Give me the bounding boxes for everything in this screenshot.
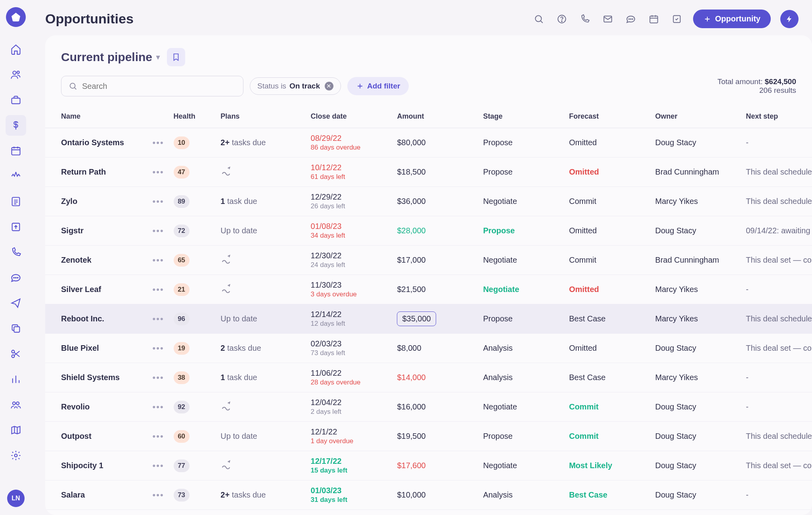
amount-cell[interactable]: $14,000 <box>392 363 478 392</box>
amount-cell[interactable]: $21,600 <box>392 510 478 515</box>
owner-cell[interactable]: Doug Stacy <box>651 392 741 422</box>
topbar-search[interactable] <box>532 12 546 26</box>
col-owner[interactable]: Owner <box>651 105 741 128</box>
table-row[interactable]: CyberX•••52Up to date2/14/22$21,600Propo… <box>45 510 812 515</box>
forecast-cell[interactable]: Best Case <box>564 363 650 392</box>
owner-cell[interactable]: Marcy Yikes <box>651 187 741 216</box>
owner-cell[interactable]: Marcy Yikes <box>651 304 741 334</box>
close-date-cell[interactable]: 12/14/2212 days left <box>306 304 393 334</box>
nav-cut[interactable] <box>6 344 26 364</box>
table-row[interactable]: Silver Leaf•••2111/30/233 days overdue$2… <box>45 275 812 304</box>
row-menu-icon[interactable]: ••• <box>153 431 164 441</box>
nav-export[interactable] <box>6 217 26 237</box>
opportunity-name[interactable]: Outpost <box>45 422 148 451</box>
table-row[interactable]: Zenotek•••6512/30/2224 days left$17,000N… <box>45 246 812 275</box>
row-menu-icon[interactable]: ••• <box>153 138 164 148</box>
opportunity-name[interactable]: Zenotek <box>45 246 148 275</box>
close-date-cell[interactable]: 12/29/2226 days left <box>306 187 393 216</box>
search-box[interactable] <box>61 76 243 96</box>
opportunity-name[interactable]: CyberX <box>45 510 148 515</box>
owner-cell[interactable]: Marcy Yikes <box>651 510 741 515</box>
row-menu-icon[interactable]: ••• <box>153 196 164 206</box>
table-row[interactable]: Shipocity 1•••7712/17/2215 days left$17,… <box>45 451 812 480</box>
amount-cell[interactable]: $21,500 <box>392 275 478 304</box>
nav-accounts[interactable] <box>6 90 26 110</box>
col-close-date[interactable]: Close date <box>306 105 393 128</box>
owner-cell[interactable]: Marcy Yikes <box>651 275 741 304</box>
topbar-phone[interactable] <box>578 12 592 26</box>
opportunity-name[interactable]: Zylo <box>45 187 148 216</box>
table-row[interactable]: Zylo•••891 task due12/29/2226 days left$… <box>45 187 812 216</box>
plans-cell[interactable] <box>216 392 306 422</box>
forecast-cell[interactable]: Omitted <box>564 334 650 363</box>
opportunity-name[interactable]: Blue Pixel <box>45 334 148 363</box>
table-row[interactable]: Revolio•••9212/04/222 days left$16,000Ne… <box>45 392 812 422</box>
forecast-cell[interactable]: Commit <box>564 510 650 515</box>
close-date-cell[interactable]: 08/29/2286 days overdue <box>306 128 393 158</box>
row-menu-icon[interactable]: ••• <box>153 284 164 294</box>
close-date-cell[interactable]: 12/04/222 days left <box>306 392 393 422</box>
forecast-cell[interactable]: Omitted <box>564 158 650 187</box>
owner-cell[interactable]: Doug Stacy <box>651 451 741 480</box>
forecast-cell[interactable]: Most Likely <box>564 451 650 480</box>
row-menu-icon[interactable]: ••• <box>153 490 164 500</box>
forecast-cell[interactable]: Commit <box>564 422 650 451</box>
table-row[interactable]: Blue Pixel•••192 tasks due02/03/2373 day… <box>45 334 812 363</box>
plans-cell[interactable] <box>216 451 306 480</box>
plans-cell[interactable]: Up to date <box>216 510 306 515</box>
close-date-cell[interactable]: 11/06/2228 days overdue <box>306 363 393 392</box>
table-row[interactable]: Shield Systems•••381 task due11/06/2228 … <box>45 363 812 392</box>
plans-cell[interactable] <box>216 158 306 187</box>
amount-cell[interactable]: $17,000 <box>392 246 478 275</box>
filter-status-chip[interactable]: Status is On track ✕ <box>250 77 341 95</box>
owner-cell[interactable]: Marcy Yikes <box>651 363 741 392</box>
forecast-cell[interactable]: Commit <box>564 187 650 216</box>
plans-cell[interactable] <box>216 275 306 304</box>
plans-cell[interactable] <box>216 246 306 275</box>
opportunity-name[interactable]: Return Path <box>45 158 148 187</box>
stage-cell[interactable]: Negotiate <box>478 246 564 275</box>
opportunity-name[interactable]: Sigstr <box>45 216 148 246</box>
add-filter-button[interactable]: Add filter <box>347 77 409 95</box>
nav-analytics[interactable] <box>6 369 26 390</box>
plans-cell[interactable]: 2 tasks due <box>216 334 306 363</box>
amount-cell[interactable]: $28,000 <box>392 216 478 246</box>
user-avatar[interactable]: LN <box>7 490 25 507</box>
col-amount[interactable]: Amount <box>392 105 478 128</box>
amount-cell[interactable]: $8,000 <box>392 334 478 363</box>
owner-cell[interactable]: Doug Stacy <box>651 334 741 363</box>
nav-pulse[interactable] <box>6 166 26 186</box>
owner-cell[interactable]: Doug Stacy <box>651 422 741 451</box>
new-opportunity-button[interactable]: Opportunity <box>693 10 771 28</box>
amount-cell[interactable]: $35,000 <box>392 304 478 334</box>
close-date-cell[interactable]: 2/14/22 <box>306 510 393 515</box>
col-name[interactable]: Name <box>45 105 148 128</box>
row-menu-icon[interactable]: ••• <box>153 402 164 412</box>
owner-cell[interactable]: Doug Stacy <box>651 128 741 158</box>
stage-cell[interactable]: Propose <box>478 510 564 515</box>
amount-cell[interactable]: $17,600 <box>392 451 478 480</box>
remove-filter-icon[interactable]: ✕ <box>325 82 333 90</box>
plans-cell[interactable]: Up to date <box>216 216 306 246</box>
owner-cell[interactable]: Brad Cunningham <box>651 246 741 275</box>
nav-map[interactable] <box>6 420 26 440</box>
opportunity-name[interactable]: Reboot Inc. <box>45 304 148 334</box>
nav-settings[interactable] <box>6 445 26 466</box>
col-next-step[interactable]: Next step <box>741 105 812 128</box>
table-row[interactable]: Ontario Systems•••102+ tasks due08/29/22… <box>45 128 812 158</box>
col-health[interactable]: Health <box>169 105 216 128</box>
close-date-cell[interactable]: 02/03/2373 days left <box>306 334 393 363</box>
row-menu-icon[interactable]: ••• <box>153 373 164 382</box>
opportunity-name[interactable]: Shield Systems <box>45 363 148 392</box>
stage-cell[interactable]: Propose <box>478 304 564 334</box>
amount-cell[interactable]: $80,000 <box>392 128 478 158</box>
row-menu-icon[interactable]: ••• <box>153 255 164 265</box>
row-menu-icon[interactable]: ••• <box>153 461 164 471</box>
stage-cell[interactable]: Analysis <box>478 480 564 510</box>
amount-cell[interactable]: $18,500 <box>392 158 478 187</box>
row-menu-icon[interactable]: ••• <box>153 167 164 177</box>
nav-people[interactable] <box>6 64 26 85</box>
forecast-cell[interactable]: Omitted <box>564 275 650 304</box>
plans-cell[interactable]: 2+ tasks due <box>216 128 306 158</box>
amount-cell[interactable]: $36,000 <box>392 187 478 216</box>
